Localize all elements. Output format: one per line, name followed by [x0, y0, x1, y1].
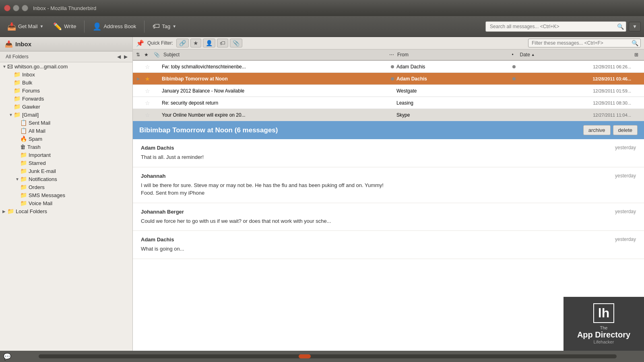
star-icon-4[interactable]: ☆	[142, 100, 152, 106]
maximize-button[interactable]	[22, 5, 28, 11]
sidebar-item-sent-mail[interactable]: 📋Sent Mail	[0, 119, 132, 127]
folder-label-notifications: Notifications	[29, 176, 57, 182]
thread-sender-0: Adam Dachis	[141, 145, 174, 151]
toolbar-end-dropdown[interactable]: ▼	[629, 22, 641, 31]
toolbar-separator-2	[144, 21, 144, 33]
thread-actions: archive delete	[583, 125, 638, 135]
delete-button[interactable]: delete	[613, 125, 638, 135]
msg-from-2: Adam Dachis	[396, 76, 510, 82]
filter-search-input[interactable]	[528, 39, 641, 47]
sidebar-item-important[interactable]: 📁Important	[0, 151, 132, 159]
col-header-thread[interactable]: ⇅	[134, 52, 142, 58]
col-header-attach[interactable]: 📎	[152, 52, 162, 58]
address-book-button[interactable]: 👤 Address Book	[89, 21, 140, 33]
folder-icon-gawker: 📁	[14, 103, 21, 110]
col-header-subject[interactable]: Subject	[162, 52, 388, 58]
qf-attach-button[interactable]: 📎	[230, 39, 242, 47]
folder-label-local-folders: Local Folders	[16, 208, 47, 214]
col-header-last[interactable]: ⊞	[633, 52, 642, 58]
thread-msg-header-0: Adam Dachis yesterday	[141, 145, 636, 151]
sidebar-item-sms-messages[interactable]: 📁SMS Messages	[0, 191, 132, 199]
qf-person-button[interactable]: 👤	[203, 39, 215, 47]
horizontal-scrollbar-thumb[interactable]	[299, 354, 311, 358]
sidebar-item-gmail[interactable]: ▼📁[Gmail]	[0, 111, 132, 119]
folder-nav-label: All Folders	[3, 53, 116, 60]
qf-tag-button[interactable]: 🏷	[217, 39, 228, 47]
thread-sender-1: Johannah	[141, 173, 165, 179]
msg-date-1: 12/28/2011 06:26...	[518, 64, 633, 69]
filter-pin-icon[interactable]: 📌	[136, 39, 144, 47]
msg-date-4: 12/28/2011 08:30...	[518, 101, 633, 105]
qf-link-button[interactable]: 🔗	[176, 39, 189, 47]
msg-dot-2	[388, 76, 396, 82]
col-header-from[interactable]: From	[396, 52, 510, 58]
sidebar-item-notifications[interactable]: ▼📁Notifications	[0, 175, 132, 183]
account-row[interactable]: ▼ 🖂 whitson.go...gmail.com	[0, 62, 132, 70]
sidebar-item-junk-email[interactable]: 📁Junk E-mail	[0, 167, 132, 175]
sidebar-item-trash[interactable]: 🗑Trash	[0, 143, 132, 151]
folder-label-voice-mail: Voice Mail	[29, 200, 52, 206]
col-header-dots[interactable]: ⋯	[388, 52, 396, 58]
folder-icon-spam: 🔥	[20, 136, 27, 142]
star-icon-5[interactable]: ☆	[142, 112, 152, 118]
col-header-date[interactable]: Date ▲	[518, 52, 633, 58]
msg-subject-5: Your Online Number will expire on 20...	[162, 112, 388, 118]
sidebar-item-spam[interactable]: 🔥Spam	[0, 135, 132, 143]
search-icon[interactable]: 🔍	[617, 23, 624, 30]
sidebar-item-bulk[interactable]: 📁Bulk	[0, 78, 132, 86]
col-header-star[interactable]: ★	[142, 52, 152, 58]
folder-label-forums: Forums	[22, 88, 40, 94]
folder-icon-sent-mail: 📋	[20, 119, 27, 126]
message-row-5[interactable]: ☆ Your Online Number will expire on 20..…	[133, 109, 644, 121]
thread-date-0: yesterday	[615, 145, 636, 151]
get-mail-button[interactable]: 📥 Get Mail ▼	[3, 21, 47, 33]
minimize-button[interactable]	[13, 5, 19, 11]
folder-label-starred: Starred	[29, 160, 46, 166]
folder-nav-back-arrow[interactable]: ◀	[116, 53, 122, 60]
quick-filter-buttons: 🔗 ★ 👤 🏷 📎	[176, 39, 242, 47]
search-input[interactable]	[485, 21, 626, 32]
address-book-icon: 👤	[93, 22, 101, 31]
folder-label-bulk: Bulk	[22, 80, 32, 86]
folder-icon-forwards: 📁	[14, 95, 21, 102]
write-button[interactable]: ✏️ Write	[49, 21, 80, 33]
message-row-4[interactable]: ☆ Re: security deposit return Leasing 12…	[133, 97, 644, 109]
sidebar-item-all-mail[interactable]: 📋All Mail	[0, 127, 132, 135]
col-header-dot2[interactable]: •	[510, 52, 518, 58]
star-icon-2[interactable]: ★	[142, 76, 152, 82]
folder-nav: All Folders ◀ ▶	[0, 51, 132, 62]
sidebar-item-local-folders[interactable]: ▶📁Local Folders	[0, 207, 132, 215]
sidebar-item-inbox[interactable]: 📁Inbox	[0, 70, 132, 78]
sidebar-item-gawker[interactable]: 📁Gawker	[0, 103, 132, 111]
folder-label-orders: Orders	[29, 184, 45, 190]
tag-button[interactable]: 🏷 Tag ▼	[149, 21, 180, 32]
folder-label-junk-email: Junk E-mail	[29, 168, 56, 174]
message-row-3[interactable]: ☆ January 2012 Balance - Now Available W…	[133, 85, 644, 97]
folder-label-spam: Spam	[29, 136, 42, 142]
app-dir-name: App Directory	[577, 330, 630, 339]
folder-icon-bulk: 📁	[14, 79, 21, 86]
sidebar-item-starred[interactable]: 📁Starred	[0, 159, 132, 167]
folder-nav-forward-arrow[interactable]: ▶	[122, 53, 129, 60]
column-headers: ⇅ ★ 📎 Subject ⋯ From • Date ▲ ⊞	[133, 49, 644, 61]
toolbar-separator	[84, 21, 85, 33]
sidebar-item-forwards[interactable]: 📁Forwards	[0, 95, 132, 103]
star-icon-1[interactable]: ☆	[142, 64, 152, 70]
window-title: Inbox - Mozilla Thunderbird	[33, 5, 96, 11]
msg-dot2-1	[510, 64, 518, 70]
message-row-1[interactable]: ☆ Fw: toby schmallovichtenschteinenbe...…	[133, 61, 644, 73]
sidebar-item-forums[interactable]: 📁Forums	[0, 86, 132, 95]
close-button[interactable]	[4, 5, 10, 11]
sidebar-item-voice-mail[interactable]: 📁Voice Mail	[0, 199, 132, 207]
msg-subject-4: Re: security deposit return	[162, 100, 388, 106]
qf-star-button[interactable]: ★	[190, 39, 201, 47]
folder-label-trash: Trash	[27, 144, 41, 150]
message-row-2[interactable]: ▶ ★ Bibimbap Tomorrow at Noon Adam Dachi…	[133, 73, 644, 85]
sidebar-item-orders[interactable]: 📁Orders	[0, 183, 132, 191]
horizontal-scrollbar-track[interactable]	[39, 354, 617, 358]
star-icon-3[interactable]: ☆	[142, 88, 152, 94]
app-dir-icon: lh	[593, 303, 614, 323]
msg-from-4: Leasing	[396, 100, 510, 106]
archive-button[interactable]: archive	[583, 125, 611, 135]
main-layout: 📥 Inbox All Folders ◀ ▶ ▼ 🖂 whitson.go..…	[0, 37, 644, 351]
